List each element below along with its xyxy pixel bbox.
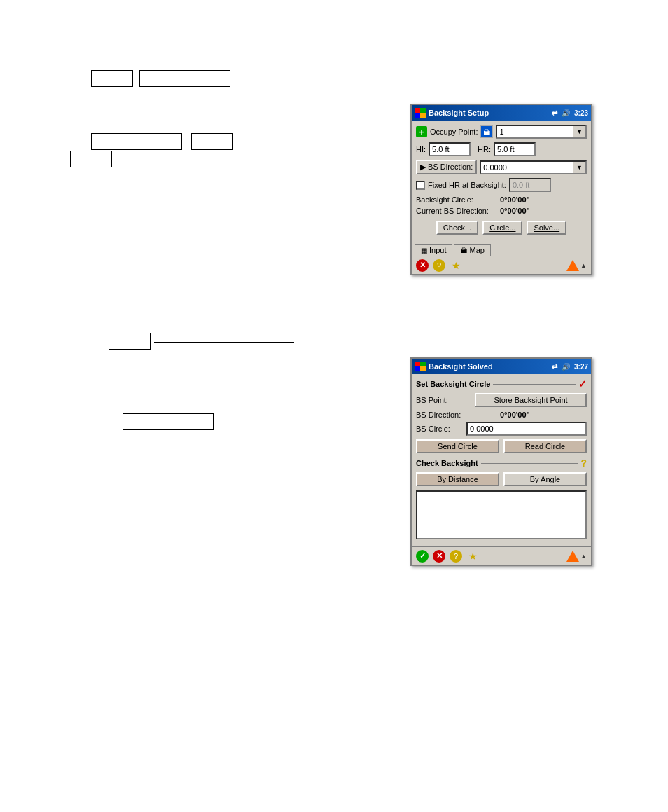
hi-input[interactable]	[429, 142, 471, 156]
solve-button[interactable]: Solve...	[527, 221, 566, 235]
set-circle-header: Set Backsight Circle ✓	[416, 378, 587, 390]
dialog1-taskbar: ✕ ? ★ ▲	[412, 256, 591, 274]
bs-direction-dropdown[interactable]: 0.0000 ▼	[480, 160, 587, 174]
bs-direction-btn-label: BS Direction:	[428, 163, 473, 171]
bs-direction-button[interactable]: ▶ BS Direction:	[416, 160, 477, 174]
fixed-hr-input[interactable]	[509, 178, 551, 192]
tab-input-label: Input	[429, 246, 446, 254]
hi-hr-row: HI: HR:	[416, 142, 587, 156]
dialog2-titlebar-right: ⇄ 🔊 3:27	[552, 363, 588, 371]
dialog1-volume-icon: 🔊	[562, 109, 570, 117]
ok-taskbar-icon[interactable]: ✓	[416, 550, 429, 563]
check-button[interactable]: Check...	[436, 221, 478, 235]
circle-button-label: Circle...	[489, 223, 515, 232]
bs-direction-row2: BS Direction: 0°00'00"	[416, 411, 587, 419]
by-distance-button[interactable]: By Distance	[416, 472, 499, 486]
hazard-taskbar-icon2[interactable]: ▲	[566, 551, 587, 562]
backsight-setup-dialog: Backsight Setup ⇄ 🔊 3:23 + Occupy Point:…	[410, 104, 592, 275]
dialog2-title: Backsight Solved	[429, 362, 493, 371]
cancel-taskbar-icon[interactable]: ✕	[433, 550, 445, 563]
dialog1-tabbar: ▦ Input 🏔 Map	[412, 242, 591, 256]
box-row3-1	[109, 333, 151, 350]
occupy-point-row: + Occupy Point: 🏔 1 ▼	[416, 125, 587, 139]
backsight-circle-value: 0°00'00"	[500, 195, 530, 204]
dialog1-taskbar-icons: ✕ ? ★	[416, 259, 462, 272]
read-circle-button[interactable]: Read Circle	[503, 439, 587, 453]
scroll-up-icon[interactable]: ▲	[580, 262, 587, 269]
left-row2	[91, 133, 237, 150]
bs-direction-value2: 0°00'00"	[500, 411, 530, 419]
by-angle-label: By Angle	[530, 475, 560, 483]
fixed-hr-row: Fixed HR at Backsight:	[416, 178, 587, 192]
hr-input[interactable]	[494, 142, 536, 156]
tab-input[interactable]: ▦ Input	[415, 244, 452, 256]
check-backsight-header: Check Backsight ?	[416, 457, 587, 469]
dialog1-buttons: Check... Circle... Solve...	[416, 221, 587, 235]
occupy-point-dropdown-arrow[interactable]: ▼	[573, 126, 585, 137]
star-taskbar-icon2[interactable]: ★	[466, 550, 479, 563]
dialog2-time: 3:27	[574, 363, 588, 371]
send-circle-label: Send Circle	[438, 442, 478, 450]
check-backsight-line	[481, 463, 578, 464]
by-distance-label: By Distance	[437, 475, 478, 483]
dialog1-titlebar-right: ⇄ 🔊 3:23	[552, 109, 588, 117]
send-read-row: Send Circle Read Circle	[416, 439, 587, 453]
occupy-point-dropdown[interactable]: 1 ▼	[496, 125, 587, 139]
occupy-point-label: Occupy Point:	[430, 128, 478, 136]
close-taskbar-icon[interactable]: ✕	[416, 259, 429, 272]
check-result-area	[416, 490, 587, 539]
current-bs-value: 0°00'00"	[500, 207, 530, 215]
fixed-hr-checkbox[interactable]	[416, 181, 425, 190]
scroll-up-icon2[interactable]: ▲	[580, 553, 587, 560]
dialog1-content: + Occupy Point: 🏔 1 ▼ HI: HR: ▶ BS Direc…	[412, 121, 591, 242]
set-circle-label: Set Backsight Circle	[416, 380, 490, 388]
left-row4	[123, 413, 214, 430]
dialog2-taskbar: ✓ ✕ ? ★ ▲	[412, 546, 591, 565]
bs-direction-label2: BS Direction:	[416, 411, 500, 419]
left-row1	[91, 70, 230, 87]
bs-direction-row: ▶ BS Direction: 0.0000 ▼	[416, 160, 587, 174]
help-taskbar-icon2[interactable]: ?	[450, 550, 462, 563]
help-taskbar-icon[interactable]: ?	[433, 259, 445, 272]
current-bs-row: Current BS Direction: 0°00'00"	[416, 207, 587, 215]
backsight-solved-dialog: Backsight Solved ⇄ 🔊 3:27 Set Backsight …	[410, 357, 592, 566]
set-circle-line	[493, 384, 576, 385]
occupy-point-image-button[interactable]: 🏔	[480, 125, 493, 138]
bs-point-row: BS Point: Store Backsight Point	[416, 393, 587, 407]
current-bs-label: Current BS Direction:	[416, 207, 500, 215]
store-backsight-button[interactable]: Store Backsight Point	[475, 393, 587, 407]
circle-button[interactable]: Circle...	[482, 221, 522, 235]
bs-point-label: BS Point:	[416, 396, 472, 404]
read-circle-label: Read Circle	[525, 442, 565, 450]
dialog2-titlebar: Backsight Solved ⇄ 🔊 3:27	[412, 359, 591, 374]
dialog1-titlebar-left: Backsight Setup	[415, 108, 489, 118]
box-row1-1	[91, 70, 133, 87]
star-taskbar-icon[interactable]: ★	[450, 259, 462, 272]
add-point-button[interactable]: +	[416, 126, 427, 137]
dialog2-content: Set Backsight Circle ✓ BS Point: Store B…	[412, 374, 591, 546]
dialog1-time: 3:23	[574, 109, 588, 117]
set-circle-checkmark: ✓	[578, 378, 587, 390]
input-tab-icon: ▦	[421, 247, 427, 254]
left-row2b	[70, 151, 116, 167]
windows-flag-icon	[415, 108, 426, 118]
bs-circle-input[interactable]	[466, 422, 587, 436]
dialog1-connect-icon: ⇄	[552, 109, 557, 117]
fixed-hr-label: Fixed HR at Backsight:	[428, 181, 506, 189]
solve-button-label: Solve...	[534, 223, 559, 232]
underline-decoration	[154, 342, 294, 343]
bs-direction-value: 0.0000	[481, 163, 573, 172]
box-row2-2	[191, 133, 233, 150]
box-row4-1	[123, 413, 214, 430]
hazard-taskbar-icon[interactable]: ▲	[566, 260, 587, 271]
tab-map[interactable]: 🏔 Map	[454, 244, 490, 256]
bs-direction-arrow[interactable]: ▼	[573, 162, 585, 173]
check-backsight-label: Check Backsight	[416, 459, 478, 467]
left-row3	[109, 333, 155, 350]
dialog2-connect-icon: ⇄	[552, 363, 557, 371]
bs-circle-label: BS Circle:	[416, 425, 464, 433]
box-row2-1	[91, 133, 182, 150]
occupy-point-value: 1	[497, 128, 573, 136]
by-angle-button[interactable]: By Angle	[503, 472, 587, 486]
send-circle-button[interactable]: Send Circle	[416, 439, 499, 453]
